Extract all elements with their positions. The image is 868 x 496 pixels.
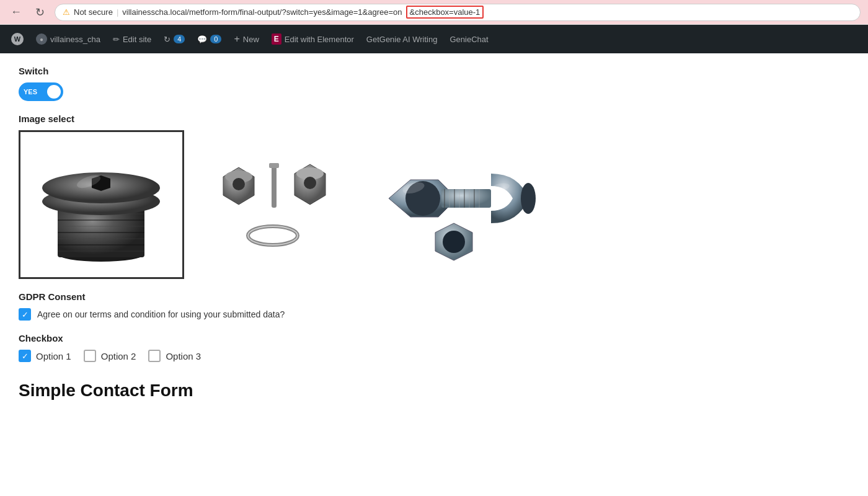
getgenie-label: GetGenie AI Writing (366, 35, 438, 44)
url-main: villainesscha.local/metform-form/final-o… (122, 7, 402, 17)
checkbox-section: Checkbox ✓ Option 1 Option 2 Option 3 (19, 333, 539, 362)
bolt-image-2 (205, 140, 353, 270)
toggle-yes-label: YES (21, 88, 45, 95)
comments-item[interactable]: 💬 0 (191, 25, 228, 53)
url-highlight: &checkbox=value-1 (406, 6, 484, 19)
checkbox-options: ✓ Option 1 Option 2 Option 3 (19, 350, 539, 362)
image-option-1[interactable] (19, 130, 184, 279)
edit-site-item[interactable]: ✏ Edit site (107, 25, 157, 53)
svg-point-35 (521, 183, 536, 214)
gdpr-row: ✓ Agree on our terms and condition for u… (19, 308, 539, 321)
edit-site-icon: ✏ (113, 35, 120, 44)
image-option-3[interactable] (374, 130, 539, 279)
image-select-section: Image select (19, 113, 539, 279)
svg-point-21 (304, 177, 316, 189)
edit-elementor-item[interactable]: E Edit with Elementor (265, 25, 360, 53)
checkbox-option-2-input[interactable] (84, 350, 96, 362)
svg-point-23 (248, 226, 298, 245)
wp-logo-icon: W (11, 33, 24, 45)
new-label: New (243, 35, 259, 44)
comments-icon: 💬 (197, 35, 207, 44)
image-grid (19, 130, 539, 279)
refresh-icon: ↻ (35, 6, 45, 19)
checkbox-option-2: Option 2 (84, 350, 136, 362)
address-bar: ← ↻ ⚠ Not secure | villainesscha.local/m… (0, 0, 868, 25)
refresh-button[interactable]: ↻ (31, 4, 48, 21)
getgenie-item[interactable]: GetGenie AI Writing (360, 25, 444, 53)
checkbox-option-3-input[interactable] (148, 350, 161, 362)
comments-badge: 0 (210, 35, 221, 43)
gdpr-text: Agree on our terms and condition for usi… (37, 309, 285, 319)
checkbox-option-3: Option 3 (148, 350, 201, 362)
checkmark-icon-1: ✓ (22, 352, 29, 360)
geniechat-item[interactable]: GenieChat (443, 25, 494, 53)
edit-elementor-label: Edit with Elementor (285, 35, 354, 44)
site-icon: ● (36, 33, 47, 45)
elementor-icon: E (272, 33, 281, 45)
svg-rect-26 (441, 189, 491, 208)
bolt-image-1 (20, 133, 182, 276)
geniechat-label: GenieChat (450, 35, 488, 44)
svg-rect-17 (272, 164, 277, 208)
toggle-knob (47, 85, 61, 99)
wp-admin-bar: W ● villainess_cha ✏ Edit site ↻ 4 💬 0 +… (0, 25, 868, 53)
checkbox-option-2-label: Option 2 (101, 351, 136, 361)
plus-icon: + (234, 33, 239, 45)
page-content: Switch YES Image select (0, 53, 558, 413)
updates-icon: ↻ (164, 35, 170, 44)
checkbox-option-1-label: Option 1 (36, 351, 71, 361)
updates-badge: 4 (174, 35, 185, 43)
back-button[interactable]: ← (7, 4, 25, 21)
toggle-switch[interactable]: YES (19, 82, 63, 101)
svg-rect-18 (269, 163, 279, 168)
updates-item[interactable]: ↻ 4 (157, 25, 191, 53)
gdpr-checkbox[interactable]: ✓ (19, 308, 31, 321)
edit-site-label: Edit site (123, 35, 151, 44)
wp-logo-item[interactable]: W (5, 25, 30, 53)
checkmark-icon: ✓ (22, 311, 29, 319)
not-secure-label: Not secure (74, 7, 113, 17)
checkbox-option-1-input[interactable]: ✓ (19, 350, 31, 362)
svg-point-37 (443, 231, 465, 253)
site-name-item[interactable]: ● villainess_cha (30, 25, 107, 53)
site-name-label: villainess_cha (50, 35, 100, 44)
checkbox-option-3-label: Option 3 (166, 351, 201, 361)
bolt-image-3 (376, 136, 538, 273)
image-select-label: Image select (19, 113, 539, 124)
contact-form-title: Simple Contact Form (19, 381, 539, 401)
gdpr-section: GDPR Consent ✓ Agree on our terms and co… (19, 291, 539, 321)
url-bar[interactable]: ⚠ Not secure | villainesscha.local/metfo… (55, 4, 861, 21)
back-icon: ← (11, 6, 22, 19)
warning-icon: ⚠ (63, 7, 70, 17)
checkbox-option-1: ✓ Option 1 (19, 350, 71, 362)
image-option-2[interactable] (197, 130, 362, 279)
url-separator: | (117, 7, 118, 17)
switch-label: Switch (19, 66, 539, 76)
new-item[interactable]: + New (228, 25, 265, 53)
checkbox-label: Checkbox (19, 333, 539, 343)
gdpr-label: GDPR Consent (19, 291, 539, 302)
svg-point-16 (232, 178, 245, 190)
